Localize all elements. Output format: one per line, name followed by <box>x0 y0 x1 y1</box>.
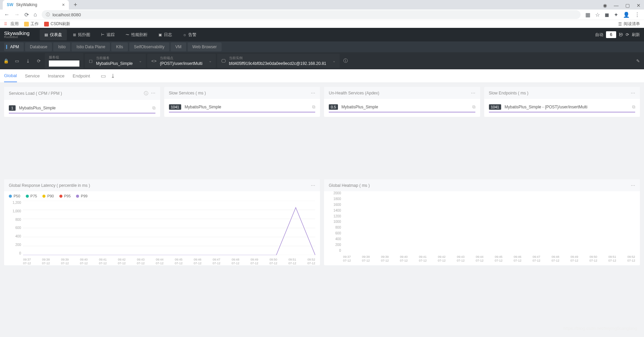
nav-log[interactable]: ▣日志 <box>154 29 177 40</box>
folder-icon <box>24 22 29 26</box>
refresh-interval-input[interactable] <box>606 31 616 38</box>
edit-icon[interactable]: ✎ <box>633 56 643 66</box>
bookmark-csdn[interactable]: CSDN刷新 <box>44 21 70 27</box>
card-slow-endpoints: Slow Endpoints ( ms )⋯ 1041MybatisPlus_S… <box>484 87 640 117</box>
plot-area <box>23 201 315 255</box>
refresh-icon[interactable]: ⟳ <box>626 32 629 37</box>
home-icon[interactable]: ⌂ <box>34 12 37 18</box>
new-tab-button[interactable]: + <box>74 1 77 8</box>
selector-endpoint[interactable]: <> 当前端点 {POST}/user/insertMulti ⌄ <box>147 54 216 68</box>
bookmark-work[interactable]: 工作 <box>24 21 39 27</box>
back-icon[interactable]: ← <box>4 12 10 18</box>
selector-group[interactable]: 服务组 <box>45 53 83 69</box>
chart-legend: P50P75P90P95P99 <box>4 191 320 201</box>
subnav-istio[interactable]: Istio <box>53 42 70 51</box>
copy-icon[interactable]: ⧉ <box>152 105 155 111</box>
close-icon[interactable]: × <box>62 2 65 7</box>
badge: 0.5 <box>329 104 338 110</box>
y-axis: 1,2001,0008006004002000 <box>9 201 21 255</box>
sub-nav: APM Database Istio Istio Data Plane K8s … <box>0 41 644 52</box>
logo[interactable]: Skywalking Rocketbot <box>4 31 30 39</box>
more-icon[interactable]: ⋯ <box>311 90 315 95</box>
tab-title: SkyWalking <box>16 2 37 7</box>
more-icon[interactable]: ⋯ <box>631 90 635 95</box>
reading-list[interactable]: ☰ 阅读清单 <box>618 21 640 27</box>
app-header: Skywalking Rocketbot ▤仪表盘 ⊞拓扑图 ⊢追踪 〜性能剖析… <box>0 28 644 41</box>
x-axis: 09:3707-1209:3807-1209:3907-1209:4007-12… <box>23 258 315 265</box>
copy-icon[interactable]: ⧉ <box>632 104 635 110</box>
nav-profile[interactable]: 〜性能剖析 <box>121 29 152 40</box>
tab-instance[interactable]: Instance <box>48 70 64 82</box>
code-icon: <> <box>151 58 156 64</box>
chevron-down-icon: ⌄ <box>209 59 212 63</box>
csdn-icon <box>44 22 49 26</box>
tab-service[interactable]: Service <box>25 70 40 82</box>
export-icon[interactable]: ⤓ <box>111 73 115 79</box>
menu-icon[interactable]: ⋮ <box>634 12 640 18</box>
tab-endpoint[interactable]: Endpoint <box>73 70 90 82</box>
forward-icon[interactable]: → <box>14 12 20 18</box>
page-icon[interactable]: ▭ <box>101 73 106 79</box>
more-icon[interactable]: ⋯ <box>631 183 635 188</box>
nav-alarm[interactable]: ☼告警 <box>178 29 201 40</box>
subnav-istio-dp[interactable]: Istio Data Plane <box>72 42 110 51</box>
apps-icon: ⠿ <box>4 22 9 26</box>
subnav-webbrowser[interactable]: Web Browser <box>188 42 222 51</box>
list-item: 0.5MybatisPlus_Simple⧉ <box>329 102 475 112</box>
download-icon[interactable]: ⤓ <box>23 56 33 66</box>
selector-service[interactable]: ◻ 当前服务 MybatisPlus_Simple ⌄ <box>85 54 146 68</box>
badge: 1 <box>9 105 16 111</box>
list-item: 1MybatisPlus_Simple⧉ <box>9 103 155 113</box>
copy-icon[interactable]: ⧉ <box>312 104 315 110</box>
browser-chrome: SW SkyWalking × + ◉ — ▢ ✕ ← → ⟳ ⌂ ⓘ loca… <box>0 0 644 28</box>
nav-topology[interactable]: ⊞拓扑图 <box>68 29 95 40</box>
minimize-icon[interactable]: — <box>614 3 619 8</box>
trace-icon: ⊢ <box>101 33 105 37</box>
star-icon[interactable]: ☆ <box>595 12 600 18</box>
auto-label: 自动 <box>595 32 603 38</box>
chart-latency: Global Response Latency ( percentile in … <box>4 179 320 265</box>
info-icon[interactable]: ⓘ <box>144 90 148 96</box>
content: Services Load ( CPM / PPM )ⓘ⋯ 1MybatisPl… <box>0 83 644 269</box>
monitor-icon: 🖵 <box>221 58 226 64</box>
chevron-down-icon: ⌄ <box>139 59 142 63</box>
lock-icon[interactable]: 🔒 <box>1 56 11 66</box>
chevron-down-icon: ⌄ <box>333 59 336 63</box>
nav-trace[interactable]: ⊢追踪 <box>96 29 119 40</box>
url-text: localhost:8080 <box>53 12 81 17</box>
extension-icon[interactable]: ◼ <box>605 12 609 18</box>
profile-icon[interactable]: 👤 <box>623 12 630 18</box>
info-icon[interactable]: ⓘ <box>46 12 50 18</box>
bookmark-apps[interactable]: ⠿ 应用 <box>4 21 19 27</box>
address-bar[interactable]: ⓘ localhost:8080 <box>42 10 581 19</box>
folder-icon[interactable]: ▭ <box>12 56 22 66</box>
more-icon[interactable]: ⋯ <box>471 90 475 95</box>
card-slow-services: Slow Services ( ms )⋯ 1041MybatisPlus_Si… <box>164 87 320 117</box>
more-icon[interactable]: ⋯ <box>151 90 155 96</box>
nav-dashboard[interactable]: ▤仪表盘 <box>40 29 67 40</box>
subnav-selfobs[interactable]: SelfObservability <box>129 42 169 51</box>
profile-icon: 〜 <box>126 32 129 37</box>
grid-icon[interactable]: ▦ <box>585 12 590 18</box>
selector-instance[interactable]: 🖵 当前实例 bfd405ff919c4bf0b23e0da0ee9ecd2c@… <box>217 54 340 68</box>
subnav-k8s[interactable]: K8s <box>111 42 128 51</box>
subnav-apm[interactable]: APM <box>4 42 24 51</box>
info-icon[interactable]: ⓘ <box>341 56 351 66</box>
copy-icon[interactable]: ⧉ <box>472 104 475 110</box>
sync-icon[interactable]: ⟳ <box>34 56 43 66</box>
main-nav: ▤仪表盘 ⊞拓扑图 ⊢追踪 〜性能剖析 ▣日志 ☼告警 <box>40 29 201 40</box>
more-icon[interactable]: ⋯ <box>311 183 315 188</box>
y-axis: 2000180016001400120010008006004002000 <box>329 191 341 252</box>
puzzle-icon[interactable]: ✦ <box>614 12 618 18</box>
subnav-vm[interactable]: VM <box>171 42 186 51</box>
tab-global[interactable]: Global <box>4 70 17 82</box>
close-window-icon[interactable]: ✕ <box>637 3 641 8</box>
maximize-icon[interactable]: ▢ <box>625 3 630 8</box>
browser-tab[interactable]: SW SkyWalking × <box>3 0 69 10</box>
list-item: 1041MybatisPlus_Simple⧉ <box>169 102 316 112</box>
reload-icon[interactable]: ⟳ <box>24 12 29 18</box>
group-input[interactable] <box>49 60 79 67</box>
account-icon[interactable]: ◉ <box>603 3 607 8</box>
cube-icon: ◻ <box>89 58 93 64</box>
subnav-database[interactable]: Database <box>25 42 52 51</box>
